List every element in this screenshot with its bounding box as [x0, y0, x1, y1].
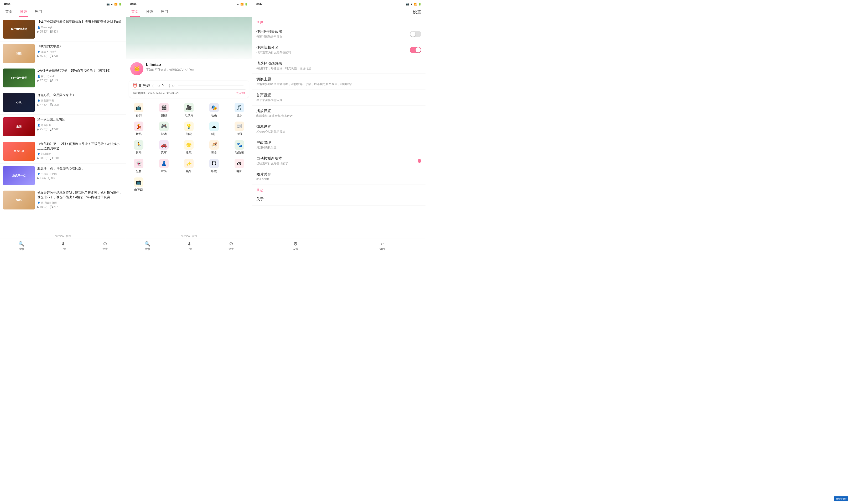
settings-item-desc: 只对时光机生效 — [256, 146, 421, 150]
toggle-old-partition[interactable] — [410, 47, 421, 53]
category-icon: 🚗 — [159, 140, 169, 150]
category-item-ghost[interactable]: 👻 鬼畜 — [126, 157, 151, 175]
mid-tab-hot[interactable]: 热门 — [160, 7, 169, 17]
left-nav-search[interactable]: 🔍 搜索 — [18, 241, 24, 251]
category-label: 娱乐 — [186, 169, 192, 173]
categories-grid: 📺 番剧 🎬 国创 🎥 纪录片 🎭 动画 🎵 音乐 💃 舞蹈 🎮 游戏 💡 知识… — [126, 100, 252, 195]
settings-header: 设置 — [252, 7, 425, 17]
category-icon: 💡 — [184, 122, 194, 131]
category-item-game[interactable]: 🎮 游戏 — [151, 120, 177, 138]
mid-tab-home[interactable]: 首页 — [130, 7, 140, 17]
mid-nav-search[interactable]: 🔍 搜索 — [144, 241, 150, 251]
category-item-film[interactable]: 🎞 影视 — [201, 157, 227, 175]
right-status-icons: 📷 ▲ 📶 🔋 — [406, 3, 421, 5]
category-label: 游戏 — [161, 132, 167, 136]
settings-item-block-manage[interactable]: 屏蔽管理 只对时光机生效 — [252, 137, 425, 153]
left-nav-search-label: 搜索 — [19, 247, 24, 251]
settings-item-auto-check-update[interactable]: 自动检测新版本 已经没有什么好害怕的了 — [252, 153, 425, 169]
video-item[interactable]: 心眼 这点心眼儿全用队友身上了 👤 峡谷混学家 ▶ 47.3万 💬 1533 — [0, 90, 126, 115]
left-tab-recommend[interactable]: 推荐 — [19, 7, 29, 17]
category-item-tech[interactable]: ☁ 科技 — [201, 120, 227, 138]
category-item-movie[interactable]: 🎟 电影 — [227, 157, 252, 175]
settings-item-title: 关于 — [256, 197, 421, 202]
video-title: 脸皮厚一点，你会远离心理问题。 — [37, 166, 123, 170]
video-info: 《红气球》第1～2期：闺蜜狗血斗争！三观尽毁！灰姑娘小三上位横刀夺爱！ 👤 刘哔… — [37, 142, 123, 161]
settings-item-old-partition[interactable]: 使用旧版分区 你知道雪为什么是白色的吗 — [252, 42, 425, 58]
time-machine-title: 时光姬（ o=^·⊥·）o — [139, 84, 174, 88]
category-item-tv[interactable]: 📺 番剧 — [126, 101, 151, 120]
settings-item-animation-effect[interactable]: 请选择动画效果 每段四季，每轮星移，时光长旅，漫漫行迹... — [252, 58, 425, 74]
category-icon: 📺 — [134, 177, 143, 187]
category-item-news[interactable]: 📰 资讯 — [227, 120, 252, 138]
right-time: 8:47 — [256, 2, 263, 6]
settings-item-title: 图片缓存 — [256, 172, 421, 177]
right-nav-settings[interactable]: ⚙ 设置 — [293, 241, 298, 251]
video-item[interactable]: 全员出轨 《红气球》第1～2期：闺蜜狗血斗争！三观尽毁！灰姑娘小三上位横刀夺爱！… — [0, 139, 126, 164]
time-machine-action[interactable]: 去设置> — [236, 91, 246, 95]
category-item-anime[interactable]: 🎭 动画 — [201, 101, 227, 120]
settings-item-desc: 839.00KB — [256, 177, 421, 181]
video-info: 【爆肝全网最强泰拉瑞亚建筑群】清明上河图营造计划-Part1 👤 Orange缺… — [37, 20, 123, 39]
category-item-doc[interactable]: 🎥 纪录片 — [177, 101, 202, 120]
toggle-external-player[interactable] — [410, 31, 421, 37]
category-icon: 🍜 — [209, 140, 219, 150]
category-item-dance[interactable]: 💃 舞蹈 — [126, 120, 151, 138]
video-author: 👤 浮世清欢落颜 — [37, 201, 123, 205]
search-icon: 🔍 — [18, 241, 24, 247]
right-nav-back[interactable]: ↩ 返回 — [379, 241, 385, 251]
search-icon: 🔍 — [144, 241, 150, 247]
settings-item-home-settings[interactable]: 首页设置 整个宇宙将为你闪烁 — [252, 90, 425, 106]
category-icon: 💃 — [134, 122, 143, 131]
settings-item-switch-theme[interactable]: 切换主题 库洛里多创造的库洛牌喔，请你舍弃旧形象，以小樱之名命令你，封印解除！！… — [252, 74, 425, 90]
left-tab-hot[interactable]: 热门 — [34, 7, 43, 17]
video-thumb: 出国 — [3, 117, 35, 136]
right-nav-back-label: 返回 — [379, 247, 385, 251]
mid-content: 🐱 bilimiao 不知道写什么好，长按试试(o° ▽° )o☆ ⏰ 时光姬（… — [126, 17, 252, 252]
category-item-fashion[interactable]: 👗 时尚 — [151, 157, 177, 175]
video-item[interactable]: Terraria×清明 【爆肝全网最强泰拉瑞亚建筑群】清明上河图营造计划-Par… — [0, 17, 126, 41]
left-tab-home[interactable]: 首页 — [4, 7, 14, 17]
left-nav-download[interactable]: ⬇ 下载 — [61, 241, 66, 251]
category-item-sports[interactable]: 🏃 运动 — [126, 138, 151, 157]
category-icon: 🎟 — [234, 159, 244, 168]
category-item-drama[interactable]: 📺 电视剧 — [126, 175, 151, 194]
time-machine-date: 当前时间线：2023-06-13 至 2023-06-20 — [132, 91, 179, 95]
category-item-original[interactable]: 🎬 国创 — [151, 101, 177, 120]
settings-item-play-settings[interactable]: 播放设置 咖啡拿铁,咖啡摩卡,卡布奇诺！ — [252, 106, 425, 121]
settings-item-about[interactable]: 关于 — [252, 194, 425, 205]
mid-nav-settings[interactable]: ⚙ 设置 — [229, 241, 234, 251]
video-item[interactable]: 情侣 她在最好的年纪就跟着我，陪我吃了很多苦，她对我的陪伴，谁也比不了，谁也不能… — [0, 188, 126, 212]
profile-info: bilimiao 不知道写什么好，长按试试(o° ▽° )o☆ — [146, 62, 248, 72]
settings-item-danmaku-settings[interactable]: 弹幕设置 相信的心就是你的魔法 — [252, 121, 425, 137]
mid-tab-recommend[interactable]: 推荐 — [145, 7, 155, 17]
left-nav-settings[interactable]: ⚙ 设置 — [103, 241, 108, 251]
video-item[interactable]: 出国 第一次出国...没想到 👤 瞭观队长 ▶ 25.9万 💬 2286 — [0, 115, 126, 139]
settings-item-desc: 咖啡拿铁,咖啡摩卡,卡布奇诺！ — [256, 114, 421, 118]
settings-item-external-player[interactable]: 使用外部播放器 奇迹和魔法并不存在 — [252, 26, 425, 42]
mid-nav-download[interactable]: ⬇ 下载 — [187, 241, 192, 251]
video-stats: ▶ 27.1万 💬 143 — [37, 79, 123, 83]
video-info: 这点心眼儿全用队友身上了 👤 峡谷混学家 ▶ 47.3万 💬 1533 — [37, 93, 123, 112]
category-label: 电影 — [236, 169, 242, 173]
video-item[interactable]: 我推 《我推的大学生》 👤 龙大人不喷火 ▶ 45.1万 💬 278 — [0, 41, 126, 66]
category-item-food[interactable]: 🍜 美食 — [201, 138, 227, 157]
category-item-animal[interactable]: 🐾 动物圈 — [227, 138, 252, 157]
video-item[interactable]: S9一分钟数学 1分钟学会裁决赌克烈，25%血直接斩杀！【云顶S9】 👤 林小北… — [0, 66, 126, 90]
settings-item-image-cache[interactable]: 图片缓存 839.00KB — [252, 169, 425, 185]
download-icon: ⬇ — [187, 241, 191, 247]
left-panel: 8:46 📷 ▲ 📶 🔋 首页 推荐 热门 Terraria×清明 【爆肝全网最… — [0, 0, 126, 252]
left-footer: bilimiao · 推荐 — [0, 234, 126, 239]
video-stats: ▶ 45.1万 💬 278 — [37, 54, 123, 58]
video-item[interactable]: 脸皮厚一点 脸皮厚一点，你会远离心理问题。 👤 心理科王亚娜 ▶ 6.3万 💬 … — [0, 164, 126, 188]
mid-panel: 8:46 ▲ 📶 🔋 首页 推荐 热门 🐱 bilimiao 不知道写什么好，长… — [126, 0, 252, 252]
video-thumb: 情侣 — [3, 191, 35, 210]
category-item-knowledge[interactable]: 💡 知识 — [177, 120, 202, 138]
category-item-music[interactable]: 🎵 音乐 — [227, 101, 252, 120]
settings-icon: ⚙ — [229, 241, 233, 247]
category-item-ent[interactable]: ✨ 娱乐 — [177, 157, 202, 175]
category-item-life[interactable]: 🌟 生活 — [177, 138, 202, 157]
hero-banner — [126, 17, 252, 59]
avatar: 🐱 — [130, 62, 143, 75]
category-item-car[interactable]: 🚗 汽车 — [151, 138, 177, 157]
settings-item-desc: 库洛里多创造的库洛牌喔，请你舍弃旧形象，以小樱之名命令你，封印解除！！！ — [256, 82, 421, 86]
